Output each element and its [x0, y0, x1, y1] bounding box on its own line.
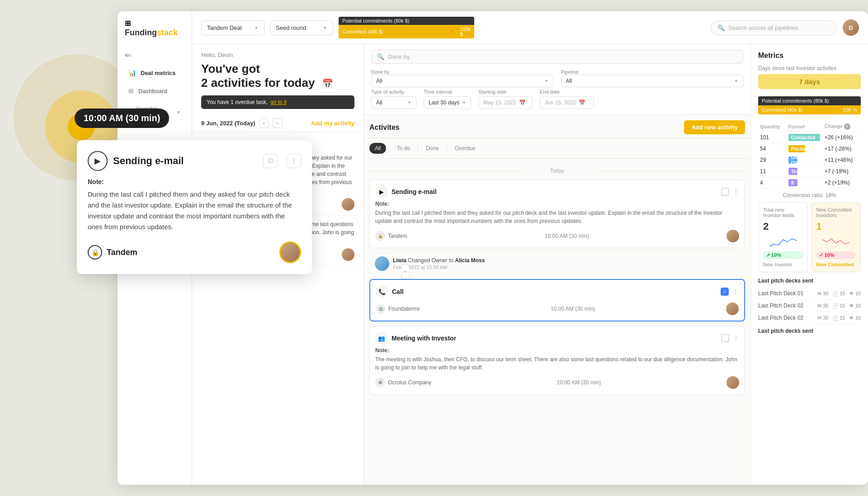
sidebar-item-dashboard-label: Dashboard: [138, 88, 167, 94]
pipeline-label: Pipeline: [561, 69, 744, 75]
eye-stat-icon: 👁: [849, 315, 854, 321]
floating-card-menu-btn[interactable]: ⋮: [287, 154, 301, 168]
company-name-email: Tandem: [388, 233, 407, 239]
change-target: Alicia Moss: [455, 257, 485, 264]
pitch-section: Last pitch decks sent Last Pitch Deck 01…: [758, 278, 861, 334]
round-dropdown[interactable]: Seed round ▼: [270, 20, 333, 35]
view-stat: 👁 10: [849, 291, 861, 296]
timeline-search-placeholder: Done by: [388, 53, 410, 60]
right-panel: Metrics Days since last Investor activit…: [750, 44, 868, 485]
card-menu-email[interactable]: ⋮: [733, 188, 739, 195]
tab-all[interactable]: All: [369, 143, 386, 154]
funnel-label: Due Dil: [791, 155, 801, 165]
feed-card-header-meeting: 👥 Meeting with Investor ⋮: [375, 332, 739, 345]
card-checkbox-call[interactable]: ✓: [721, 288, 729, 296]
sidebar-item-deal-metrics[interactable]: 📊 Deal metrics: [121, 65, 188, 81]
leads-chart-svg: [769, 235, 797, 249]
time-badge: 10:00 AM (30 min): [75, 109, 169, 128]
email-stat-icon: ✉: [817, 291, 821, 297]
qty-cell: 11: [758, 166, 787, 177]
company-name-meeting: Ocrolus Company: [388, 379, 431, 386]
end-date-label: End date: [540, 89, 594, 94]
type-value: All: [376, 99, 382, 106]
activities-header: Activites Add new activity: [364, 115, 750, 138]
send-icon: ▶: [88, 151, 108, 171]
sidebar-item-deal-metrics-label: Deal metrics: [141, 70, 175, 76]
round-chevron-icon: ▼: [323, 25, 327, 30]
prev-date-button[interactable]: ‹: [259, 118, 269, 128]
type-label: Type of activity: [371, 89, 416, 94]
sidebar-item-dashboard[interactable]: ⊞ Dashboard: [121, 83, 188, 99]
timeline-search[interactable]: 🔍 Done by: [371, 50, 743, 64]
activity-avatar: [342, 248, 354, 261]
overdue-banner[interactable]: You have 1 overdue task, go to it: [201, 95, 354, 109]
card-checkbox-meeting[interactable]: [721, 334, 729, 342]
next-date-button[interactable]: ›: [273, 118, 283, 128]
pipeline-value: All: [566, 78, 572, 84]
tab-overdue[interactable]: Overdue: [449, 143, 481, 154]
change-cell: +17 (-26%): [823, 143, 861, 155]
card-avatar-call: [726, 302, 739, 315]
type-select[interactable]: All ▼: [371, 96, 416, 109]
change-cell: +11 (+46%): [823, 155, 861, 166]
file-stat: 📄 15: [832, 315, 845, 321]
pitch-deck-name: Last Pitch Deck 01: [758, 290, 814, 297]
deal-chevron-icon: ▼: [254, 25, 259, 30]
file-stat-icon: 📄: [832, 303, 839, 309]
view-stat: 👁 10: [849, 303, 861, 308]
search-placeholder-text: Search across all pipelines: [728, 24, 798, 31]
floating-company-icon: 🔒: [88, 245, 102, 260]
funnel-label: $: [791, 180, 794, 185]
add-my-activity-button[interactable]: Add my activity: [311, 120, 354, 127]
company-name-call: Foundaterrre: [388, 306, 420, 312]
done-by-group: Done by All ▼: [371, 69, 554, 87]
card-checkbox-email[interactable]: [721, 188, 729, 196]
calendar-icon: 📅: [519, 99, 526, 106]
card-menu-call[interactable]: ⋮: [732, 288, 739, 295]
activities-tabs: All | To do | Done | Overdue: [364, 138, 750, 159]
start-date-picker[interactable]: May 15, 2022 📅: [478, 96, 533, 109]
deal-dropdown[interactable]: Tandem Deal ▼: [201, 20, 264, 35]
greeting: Hello, Devin: [192, 44, 363, 62]
card-time-call: 10:00 AM (30 min): [551, 306, 595, 312]
foundaterrre-icon: 🏢: [376, 304, 386, 314]
tab-todo[interactable]: To do: [391, 143, 415, 154]
add-new-activity-button[interactable]: Add new activity: [684, 120, 745, 134]
overdue-link[interactable]: go to it: [270, 99, 287, 105]
pipeline-select[interactable]: All ▼: [561, 75, 744, 87]
feed-company-meeting: 🏛 Ocrolus Company: [375, 378, 431, 387]
funnel-table: Quantity Funnel Change ? 101 Contacted +…: [758, 122, 861, 189]
floating-note-text: During the last call I pitched them and …: [88, 189, 301, 232]
help-icon[interactable]: ?: [844, 123, 850, 130]
file-stat-icon: 📄: [832, 315, 839, 321]
committed-label: Committed (40k $): [342, 29, 383, 34]
interval-filter-group: Time interval Last 30 days ▼: [424, 89, 471, 109]
floating-card-checkbox-btn[interactable]: ☐: [263, 154, 278, 168]
interval-select[interactable]: Last 30 days ▼: [424, 96, 471, 109]
global-search[interactable]: 🔍 Search across all pipelines: [711, 20, 837, 35]
overdue-message: You have 1 overdue task,: [207, 99, 268, 105]
middle-panel: 🔍 Done by Done by All ▼ Pipeline: [364, 44, 750, 485]
eye-stat-icon: 👁: [849, 291, 854, 296]
days-since-label: Days since last Investor activites: [758, 65, 861, 71]
panel-title: You've got 2 activities for today 📅: [192, 62, 363, 95]
funnel-bar-cell: $: [787, 177, 823, 189]
card-title-email: Sending e-mail: [392, 188, 717, 195]
investor-metrics-2col: Total new Investor leads 2 ↗ 10% New Inv…: [758, 202, 861, 272]
end-date-picker[interactable]: Jun 15, 2022 📅: [540, 96, 594, 109]
start-date-label: Starting date: [478, 89, 533, 94]
done-by-select[interactable]: All ▼: [371, 75, 554, 87]
tab-done[interactable]: Done: [420, 143, 444, 154]
email-stat-icon: ✉: [817, 315, 821, 321]
user-avatar[interactable]: D: [843, 19, 859, 36]
tab-divider-2: |: [417, 145, 419, 151]
new-committed-chart: [816, 235, 856, 249]
change-row: Liwia Changed Owner to Alicia Moss Feb 9…: [369, 253, 745, 274]
back-button[interactable]: ⇐: [118, 47, 192, 64]
card-title-call: Call: [392, 288, 717, 295]
commitment-bars: Potential commitments (80k $) Committed …: [339, 17, 474, 38]
card-menu-meeting[interactable]: ⋮: [733, 335, 739, 342]
interval-chevron-icon: ▼: [462, 100, 466, 105]
days-since-section: Days since last Investor activites 7 day…: [758, 65, 861, 89]
deal-metrics-icon: 📊: [128, 69, 136, 76]
